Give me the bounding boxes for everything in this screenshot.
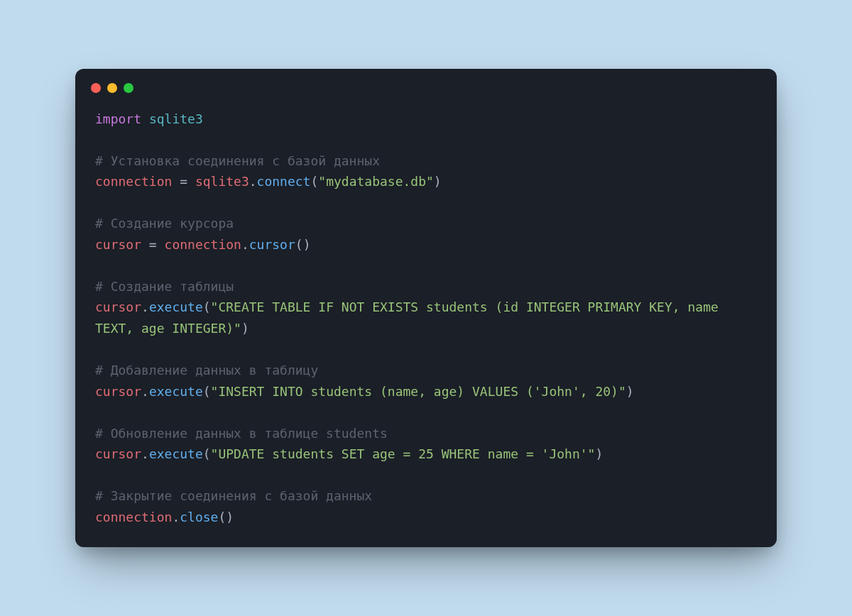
code-token: ( <box>310 174 318 189</box>
code-token: cursor <box>95 446 141 461</box>
code-token <box>141 111 149 126</box>
close-icon[interactable] <box>91 83 101 93</box>
code-token: import <box>95 111 141 126</box>
code-token: () <box>218 510 234 524</box>
code-token: . <box>141 446 149 461</box>
code-line: cursor.execute("CREATE TABLE IF NOT EXIS… <box>95 299 726 336</box>
code-token: "mydatabase.db" <box>318 174 434 189</box>
code-token: ( <box>203 446 211 461</box>
code-token: . <box>249 174 257 189</box>
code-token: execute <box>149 384 203 399</box>
code-token: "INSERT INTO students (name, age) VALUES… <box>211 384 626 399</box>
code-token: "UPDATE students SET age = 25 WHERE name… <box>211 446 596 461</box>
code-line: # Создание курсора <box>95 216 234 231</box>
code-token: # Создание таблицы <box>95 279 234 294</box>
code-line: connection.close() <box>95 510 234 524</box>
code-window: import sqlite3 # Установка соединения с … <box>75 69 777 547</box>
code-token: connect <box>257 174 311 189</box>
code-token: () <box>295 237 311 252</box>
code-line: # Обновление данных в таблице students <box>95 426 388 441</box>
code-token: # Создание курсора <box>95 216 234 231</box>
code-token: ( <box>203 384 211 399</box>
code-token: ) <box>434 174 442 189</box>
code-token: . <box>241 237 249 252</box>
code-token: execute <box>149 446 203 461</box>
code-token: connection <box>165 237 241 252</box>
code-line: connection = sqlite3.connect("mydatabase… <box>95 174 442 189</box>
code-token: . <box>141 384 149 399</box>
code-line: # Установка соединения с базой данных <box>95 153 380 168</box>
code-line: cursor.execute("INSERT INTO students (na… <box>95 384 634 399</box>
code-line: cursor.execute("UPDATE students SET age … <box>95 446 603 461</box>
zoom-icon[interactable] <box>124 83 133 93</box>
code-token: ) <box>626 384 634 399</box>
code-line: # Закрытие соединения с базой данных <box>95 488 372 503</box>
minimize-icon[interactable] <box>107 83 117 93</box>
code-token: # Обновление данных в таблице students <box>95 426 388 441</box>
code-token: # Добавление данных в таблицу <box>95 363 318 378</box>
code-token: connection <box>95 510 172 524</box>
code-token: ) <box>241 321 249 336</box>
code-token: sqlite3 <box>149 111 203 126</box>
code-token: close <box>180 510 218 524</box>
code-token: connection <box>95 174 172 189</box>
code-block: import sqlite3 # Установка соединения с … <box>75 97 777 547</box>
code-token: sqlite3 <box>195 174 249 189</box>
code-token: cursor <box>95 384 141 399</box>
code-token: = <box>172 174 195 189</box>
code-token: # Установка соединения с базой данных <box>95 153 380 168</box>
code-line: cursor = connection.cursor() <box>95 237 310 252</box>
code-line: import sqlite3 <box>95 111 203 126</box>
code-token: # Закрытие соединения с базой данных <box>95 488 372 503</box>
code-line: # Создание таблицы <box>95 279 234 294</box>
code-token: cursor <box>95 237 141 252</box>
titlebar <box>75 69 777 97</box>
code-token: ( <box>203 299 211 314</box>
code-token: execute <box>149 299 203 314</box>
code-token: ) <box>595 446 603 461</box>
code-token: . <box>141 299 149 314</box>
code-token: . <box>172 510 180 524</box>
code-token: cursor <box>249 237 295 252</box>
code-token: = <box>141 237 165 252</box>
code-token: cursor <box>95 299 141 314</box>
code-line: # Добавление данных в таблицу <box>95 363 318 378</box>
